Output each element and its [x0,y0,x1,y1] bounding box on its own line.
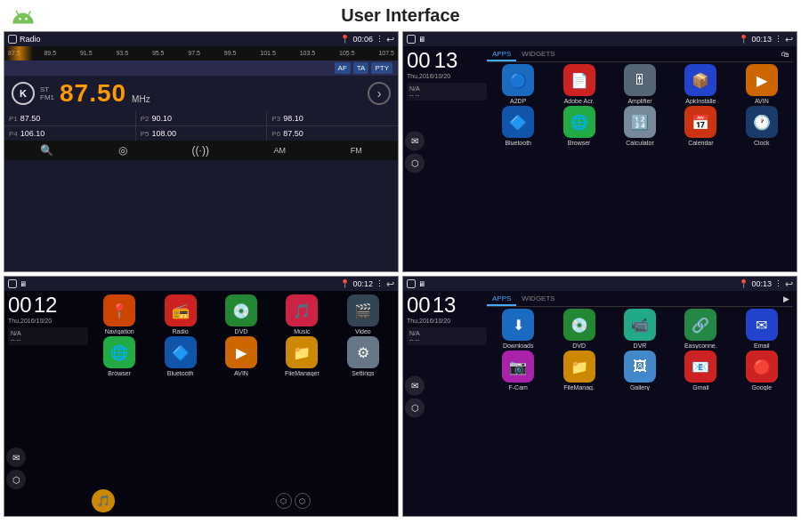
apps-dock-icon1[interactable]: ✉ [405,131,425,150]
app-item[interactable]: 📦 ApkInstalle [671,64,730,104]
app-item[interactable]: ⚙ Settings [334,336,392,376]
apps-left-panel: 00 13 Thu,2016/10/20 N/A -- -- [407,48,487,101]
app-item[interactable]: 💿 DVD [549,309,608,349]
radio-back-icon[interactable]: ↩ [386,34,394,45]
apps2-store-icon[interactable]: ▶ [780,293,793,306]
af-btn[interactable]: AF [335,62,351,74]
apps-back-icon[interactable]: ↩ [785,34,793,45]
app-item[interactable]: 🔢 Calculator [611,106,669,146]
radio-fm[interactable]: FM [351,146,362,155]
app-item[interactable]: 🔴 Google [732,351,791,391]
app-item[interactable]: 🕐 Clock [732,106,791,146]
app-item[interactable]: 📻 Radio [150,294,209,335]
app-label: Music [294,328,310,335]
app-item[interactable]: 📧 Gmail [671,351,730,391]
app-label: DVD [572,343,586,349]
apps-clock-hour: 00 [407,48,431,73]
app-item[interactable]: 📁 FileManager [272,336,331,376]
tab2-apps[interactable]: APPS [487,293,516,306]
apps-home-btn[interactable] [407,35,416,44]
app-item[interactable]: 📹 DVR [611,309,669,349]
app-item[interactable]: 🎬 Video [334,294,392,335]
android-icon [11,5,36,30]
app-icon: 🔷 [502,106,534,138]
app-item[interactable]: ▶ AVIN [212,336,271,376]
home-back-icon[interactable]: ↩ [386,278,394,290]
app-item[interactable]: 📁 FileManag. [549,351,608,391]
preset-label: P5 [141,130,150,138]
radio-next-btn[interactable]: › [368,82,391,105]
app-item[interactable]: 🔵 A2DP [489,64,547,104]
app-item[interactable]: ▶ AVIN [732,64,791,104]
radio-eq-icon[interactable]: ◎ [118,144,127,157]
app-item[interactable]: ✉ Email [732,309,791,349]
preset-cell[interactable]: P687.50 [267,126,398,141]
app-item[interactable]: 🌐 Browser [90,336,149,376]
radio-location-icon: 📍 [340,35,350,44]
app-item[interactable]: 🖼 Gallery [611,351,669,391]
home-btn[interactable] [8,35,17,44]
apps-date: Thu,2016/10/20 [407,73,487,79]
preset-value: 98.10 [283,114,303,123]
app-icon: 📧 [684,351,716,383]
app-label: Radio [172,328,188,335]
app-item[interactable]: 📍 Navigation [90,294,149,335]
app-icon: 🎬 [347,294,379,326]
app-icon: 📅 [684,106,716,138]
apps2-location-icon: 📍 [739,279,748,288]
app-icon: 🔢 [624,106,656,138]
apps2-left-panel: 00 13 Thu,2016/10/20 N/A -- -- [407,293,487,345]
app-item[interactable]: 📄 Adobe Acr. [549,64,608,104]
app-item[interactable]: 🎵 Music [272,294,331,335]
app-label: Downloads [503,343,534,349]
radio-search-icon[interactable]: 🔍 [40,144,53,157]
home-dock-icon1[interactable]: ✉ [6,447,26,467]
preset-cell[interactable]: P398.10 [267,111,398,125]
radio-am[interactable]: AM [274,146,287,155]
home-dock-icon2[interactable]: ⬡ [6,470,26,489]
app-item[interactable]: 🔗 Easyconne. [671,309,730,349]
home-date: Thu,2016/10/20 [8,318,88,324]
app-item[interactable]: 💿 DVD [212,294,271,335]
apps2-dock-icon2[interactable]: ⬡ [405,398,425,417]
apps-store-icon[interactable]: 🛍 [778,48,793,61]
preset-cell[interactable]: P4106.10 [4,126,135,141]
apps-status-bar: 🖥 📍 00:13 ⋮ ↩ [403,32,797,46]
screen-home: 🖥 📍 00:12 ⋮ ↩ 00 12 Thu,2016/10/20 N/A -… [4,276,399,517]
apps-location-icon: 📍 [739,35,748,44]
app-item[interactable]: 📷 F-Cam [489,351,547,391]
app-item[interactable]: 📅 Calendar [671,106,730,146]
app-item[interactable]: 🔷 Bluetooth [489,106,547,146]
tab2-widgets[interactable]: WIDGETS [516,293,560,306]
apps-tabs: APPS WIDGETS 🛍 [487,48,793,62]
radio-freq-bar: 87.589.591.593.595.5 97.599.5101.5103.51… [4,46,398,60]
preset-cell[interactable]: P5108.00 [136,126,267,141]
apps-dock-icon2[interactable]: ⬡ [405,153,425,173]
home-home-btn[interactable] [8,279,17,288]
preset-cell[interactable]: P187.50 [4,111,135,125]
apps2-grid: ⬇ Downloads 💿 DVD 📹 DVR 🔗 Easyconne. ✉ E… [487,307,793,392]
apps2-home-btn[interactable] [407,279,416,288]
apps2-status-icon: 🖥 [418,280,425,288]
app-item[interactable]: 🎚 Amplifier [611,64,669,104]
dock-ctrl2[interactable]: ⬡ [295,493,311,509]
app-item[interactable]: ⬇ Downloads [489,309,547,349]
tab-apps[interactable]: APPS [487,48,516,61]
radio-controls: 🔍 ◎ ((·)) AM FM [4,141,398,160]
app-label: ApkInstalle [685,98,716,104]
apps-time: 00:13 [751,35,772,44]
dock-music-icon[interactable]: 🎵 [92,489,115,512]
app-item[interactable]: 🔷 Bluetooth [150,336,209,376]
pty-btn[interactable]: PTY [371,62,392,74]
preset-cell[interactable]: P290.10 [136,111,267,125]
radio-k-button[interactable]: K [12,82,35,105]
dock-ctrl1[interactable]: ⬡ [276,493,292,509]
apps2-back-icon[interactable]: ↩ [785,278,793,290]
home-apps-grid: 📍 Navigation 📻 Radio 💿 DVD 🎵 Music 🎬 Vid… [88,293,394,378]
tab-widgets[interactable]: WIDGETS [516,48,560,61]
home-location-icon: 📍 [340,279,350,288]
ta-btn[interactable]: TA [353,62,369,74]
app-item[interactable]: 🌐 Browser [549,106,608,146]
radio-antenna-icon[interactable]: ((·)) [192,144,209,157]
apps2-dock-icon1[interactable]: ✉ [405,375,425,395]
